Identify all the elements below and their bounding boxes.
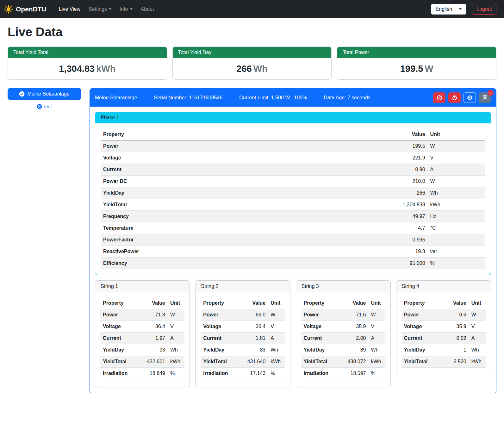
row-unit: kWh <box>268 356 285 368</box>
nav-settings-dropdown[interactable]: Settings <box>84 4 115 15</box>
column-property: Property <box>201 297 239 309</box>
row-value: 89 <box>340 344 369 356</box>
row-unit: kWh <box>428 199 485 211</box>
row-property: PowerFactor <box>101 234 332 246</box>
table-row: Frequency 49.97 Hz <box>101 211 485 222</box>
row-property: YieldTotal <box>201 356 239 368</box>
row-property: Voltage <box>100 321 139 333</box>
check-circle-icon <box>19 91 25 97</box>
row-unit: Wh <box>168 344 184 356</box>
table-header-row: Property Value Unit <box>100 297 184 309</box>
power-button[interactable] <box>448 92 461 103</box>
table-header-row: Property Value Unit <box>101 129 485 140</box>
row-property: Irradiation <box>201 368 239 379</box>
row-value: 431.640 <box>240 356 268 368</box>
sun-logo-icon <box>4 4 13 14</box>
row-value: 18.649 <box>139 368 168 379</box>
row-unit: V <box>428 152 485 164</box>
event-count-badge: 2 <box>488 90 494 96</box>
row-value: 432.601 <box>139 356 168 368</box>
strings-row: String 1 Property Value Unit Power <box>95 280 491 388</box>
row-unit: var <box>428 246 485 258</box>
event-log-button[interactable]: 2 <box>479 92 491 103</box>
row-value: 0.90 <box>332 164 428 176</box>
row-value: 18.597 <box>340 368 369 379</box>
row-unit: % <box>428 258 485 269</box>
sidebar-item-label: Meine Solaranlage <box>27 91 69 97</box>
column-unit: Unit <box>469 297 486 309</box>
row-property: Irradiation <box>100 368 139 379</box>
sidebar-item-meine-solaranlage[interactable]: Meine Solaranlage <box>8 88 81 100</box>
row-property: Voltage <box>301 321 340 333</box>
row-unit: kWh <box>369 356 385 368</box>
table-row: Voltage 36.4 V <box>100 321 184 333</box>
column-property: Property <box>101 129 332 140</box>
row-value: 0.02 <box>440 333 469 344</box>
row-value: 19.3 <box>332 246 428 258</box>
table-row: Power DC 210.0 W <box>101 176 485 187</box>
string-card-1: String 1 Property Value Unit Power <box>95 280 190 388</box>
row-value: 66.0 <box>240 309 268 321</box>
table-row: YieldTotal 438.072 kWh <box>301 356 385 368</box>
inverter-sidebar: Meine Solaranlage test <box>8 88 81 109</box>
row-value: 1,304.833 <box>332 199 428 211</box>
card-value: 266 <box>236 64 252 74</box>
limit-settings-button[interactable] <box>433 92 445 103</box>
chip-icon <box>467 95 473 101</box>
row-value: 36.4 <box>139 321 168 333</box>
row-property: Voltage <box>101 152 332 164</box>
device-info-button[interactable] <box>464 92 476 103</box>
table-row: Power 66.0 W <box>201 309 285 321</box>
power-icon <box>452 95 457 101</box>
row-property: Current <box>401 333 440 344</box>
row-value: 95.000 <box>332 258 428 269</box>
table-row: Power 199.5 W <box>101 140 485 152</box>
nav-live-view[interactable]: Live View <box>55 4 84 15</box>
string-card-title: String 3 <box>296 281 390 292</box>
string-card-2: String 2 Property Value Unit Power <box>195 280 290 388</box>
card-unit: kWh <box>96 64 115 74</box>
row-unit: W <box>268 309 285 321</box>
row-value: 2.520 <box>440 356 469 368</box>
row-unit: Wh <box>428 187 485 199</box>
table-row: YieldDay 83 Wh <box>201 344 285 356</box>
table-row: YieldTotal 2.520 kWh <box>401 356 486 368</box>
summary-cards: Total Yield Total 1,304.83kWh Total Yiel… <box>0 47 504 80</box>
row-value: 0.995 <box>332 234 428 246</box>
row-unit: V <box>469 321 486 333</box>
row-property: Temperature <box>101 222 332 234</box>
table-row: YieldDay 93 Wh <box>100 344 184 356</box>
table-row: YieldDay 266 Wh <box>101 187 485 199</box>
brand[interactable]: OpenDTU <box>4 4 47 14</box>
string-card-title: String 1 <box>95 281 190 292</box>
row-property: Irradiation <box>301 368 340 379</box>
inverter-panel: Meine Solaranlage Serial Number: 1161716… <box>90 88 496 393</box>
row-value: 35.9 <box>340 321 369 333</box>
card-total-power: Total Power 199.5W <box>337 47 496 80</box>
table-row: PowerFactor 0.995 <box>101 234 485 246</box>
language-select[interactable]: English <box>431 4 466 15</box>
inverter-name: Meine Solaranlage <box>95 95 137 101</box>
sidebar-item-test[interactable]: test <box>8 104 81 109</box>
card-title: Total Power <box>337 47 496 58</box>
card-value: 199.5 <box>400 64 423 74</box>
navbar: OpenDTU Live View Settings Info About En… <box>0 0 504 18</box>
string-table: Property Value Unit Power 71.8 W Voltage… <box>100 297 184 379</box>
content: Meine Solaranlage test Meine Solaranlage… <box>0 88 504 393</box>
column-value: Value <box>340 297 369 309</box>
table-header-row: Property Value Unit <box>201 297 285 309</box>
nav-info-dropdown[interactable]: Info <box>115 4 137 15</box>
row-unit: kWh <box>168 356 184 368</box>
table-row: Power 71.8 W <box>100 309 184 321</box>
card-value: 1,304.83 <box>59 64 95 74</box>
nav-about[interactable]: About <box>137 4 158 15</box>
row-unit: °C <box>428 222 485 234</box>
inverter-panel-body: Phase 1 Property Value Unit Power 199.5 … <box>90 107 496 393</box>
row-property: YieldTotal <box>401 356 440 368</box>
table-row: YieldTotal 1,304.833 kWh <box>101 199 485 211</box>
inverter-limit: Current Limit: 1,500 W | 100% <box>239 95 307 101</box>
row-value: 2.00 <box>340 333 369 344</box>
logout-button[interactable]: Logout <box>472 4 496 15</box>
row-unit: W <box>168 309 184 321</box>
table-row: Current 0.02 A <box>401 333 486 344</box>
